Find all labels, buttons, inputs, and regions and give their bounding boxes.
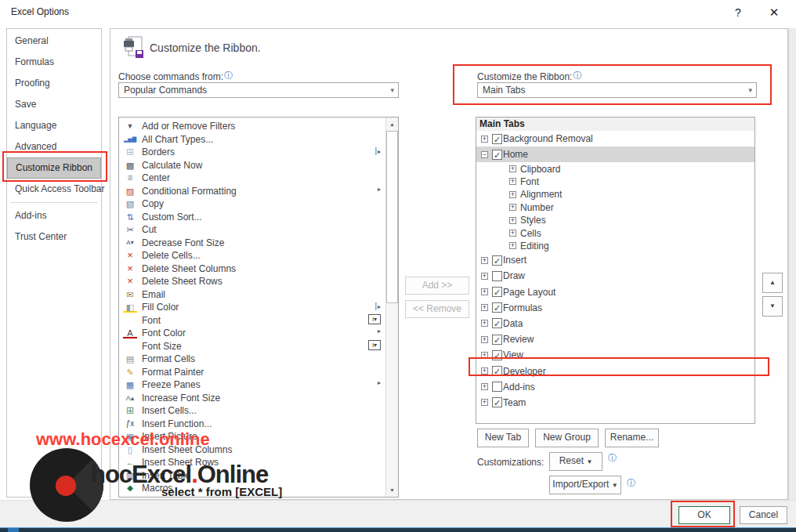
tree-item-formulas[interactable]: +✓Formulas xyxy=(476,300,754,316)
reset-button[interactable]: Reset ▼ xyxy=(549,452,602,471)
expand-icon[interactable]: + xyxy=(509,230,516,237)
command-delete-sheet-columns[interactable]: ×Delete Sheet Columns xyxy=(119,262,398,276)
cancel-button[interactable]: Cancel xyxy=(740,506,787,524)
choose-commands-dropdown[interactable]: Popular Commands ▾ xyxy=(118,82,399,98)
command-custom-sort[interactable]: ⇅Custom Sort... xyxy=(119,211,398,224)
command-all-chart-types[interactable]: ▂▅▇All Chart Types... xyxy=(119,133,398,147)
import-export-button[interactable]: Import/Export ▼ xyxy=(549,476,621,494)
command-font-size[interactable]: Font SizeI▾ xyxy=(119,340,398,353)
help-icon[interactable]: ? xyxy=(727,4,749,21)
command-delete-sheet-rows[interactable]: ×Delete Sheet Rows xyxy=(119,275,398,288)
expand-icon[interactable]: + xyxy=(481,383,488,390)
sidebar-item-proofing[interactable]: Proofing xyxy=(7,73,101,94)
close-icon[interactable]: ✕ xyxy=(763,4,785,21)
command-format-cells[interactable]: ▤Format Cells xyxy=(119,353,398,366)
expand-icon[interactable]: + xyxy=(481,399,488,406)
expand-icon[interactable]: + xyxy=(509,191,516,198)
checkbox-insert[interactable]: ✓ xyxy=(492,255,502,266)
tree-item-editing[interactable]: +Editing xyxy=(476,240,754,252)
tree-item-view[interactable]: +✓View xyxy=(476,347,754,363)
command-cut[interactable]: ✂Cut xyxy=(119,223,398,237)
collapse-icon[interactable]: − xyxy=(481,151,488,158)
tree-item-alignment[interactable]: +Alignment xyxy=(476,188,754,201)
move-up-button[interactable]: ▲ xyxy=(762,273,783,293)
checkbox-home[interactable]: ✓ xyxy=(492,150,502,160)
checkbox-view[interactable]: ✓ xyxy=(492,350,502,360)
expand-icon[interactable]: + xyxy=(481,352,488,359)
expand-icon[interactable]: + xyxy=(509,242,516,249)
sidebar-item-formulas[interactable]: Formulas xyxy=(7,52,101,73)
checkbox-data[interactable]: ✓ xyxy=(492,318,502,328)
expand-icon[interactable]: + xyxy=(481,320,488,327)
command-format-painter[interactable]: ✎Format Painter xyxy=(119,366,398,379)
command-insert-function[interactable]: ƒxInsert Function... xyxy=(119,418,398,431)
info-icon[interactable]: ⓘ xyxy=(608,452,617,464)
command-borders[interactable]: ⊞Borders|▸ xyxy=(119,146,398,159)
tree-item-review[interactable]: +✓Review xyxy=(476,331,754,347)
command-increase-font-size[interactable]: A▴Increase Font Size xyxy=(119,392,398,405)
command-delete-cells[interactable]: ×Delete Cells... xyxy=(119,249,398,262)
new-tab-button[interactable]: New Tab xyxy=(477,429,529,447)
command-insert-cells[interactable]: ⊞Insert Cells... xyxy=(119,404,398,418)
tree-item-font[interactable]: +Font xyxy=(476,176,754,188)
command-email[interactable]: ✉Email xyxy=(119,288,398,302)
tree-item-cells[interactable]: +Cells xyxy=(476,226,754,239)
checkbox-formulas[interactable]: ✓ xyxy=(492,302,502,313)
checkbox-developer[interactable]: ✓ xyxy=(492,366,502,376)
expand-icon[interactable]: + xyxy=(481,336,488,343)
command-calculate-now[interactable]: ▩Calculate Now xyxy=(119,159,398,172)
tree-item-clipboard[interactable]: +Clipboard xyxy=(476,162,754,175)
sidebar-item-add-ins[interactable]: Add-ins xyxy=(7,205,101,226)
command-center[interactable]: ≡Center xyxy=(119,172,398,185)
ok-button[interactable]: OK xyxy=(678,506,730,524)
expand-icon[interactable]: + xyxy=(481,304,488,311)
expand-icon[interactable]: + xyxy=(509,204,516,211)
checkbox-page-layout[interactable]: ✓ xyxy=(492,287,502,297)
tree-item-draw[interactable]: +Draw xyxy=(476,268,754,284)
tree-item-home[interactable]: −✓Home xyxy=(476,147,754,162)
tree-item-styles[interactable]: +Styles xyxy=(476,214,754,226)
tree-item-background-removal[interactable]: +✓Background Removal xyxy=(476,131,754,147)
command-font-color[interactable]: AFont Color▸ xyxy=(119,327,398,340)
command-add-or-remove-filters[interactable]: ▼Add or Remove Filters xyxy=(119,120,398,133)
checkbox-background-removal[interactable]: ✓ xyxy=(492,134,502,144)
checkbox-team[interactable]: ✓ xyxy=(492,397,502,407)
tree-item-data[interactable]: +✓Data xyxy=(476,316,754,331)
sidebar-item-quick-access-toolbar[interactable]: Quick Access Toolbar xyxy=(7,179,101,200)
tree-item-team[interactable]: +✓Team xyxy=(476,395,754,411)
expand-icon[interactable]: + xyxy=(509,165,516,172)
command-font[interactable]: FontI▾ xyxy=(119,314,398,328)
command-conditional-formatting[interactable]: ▨Conditional Formatting▸ xyxy=(119,185,398,198)
expand-icon[interactable]: + xyxy=(481,273,488,280)
scrollbar-thumb[interactable] xyxy=(386,131,398,303)
add-button[interactable]: Add >> xyxy=(405,277,469,295)
rename-button[interactable]: Rename... xyxy=(605,429,659,447)
checkbox-draw[interactable] xyxy=(492,271,502,281)
command-copy[interactable]: ▧Copy xyxy=(119,197,398,211)
command-fill-color[interactable]: ◧Fill Color|▸ xyxy=(119,301,398,314)
expand-icon[interactable]: + xyxy=(481,367,488,375)
expand-icon[interactable]: + xyxy=(481,288,488,295)
expand-icon[interactable]: + xyxy=(509,178,516,185)
tree-item-number[interactable]: +Number xyxy=(476,201,754,214)
expand-icon[interactable]: + xyxy=(509,217,516,224)
expand-icon[interactable]: + xyxy=(481,136,488,143)
command-decrease-font-size[interactable]: A▾Decrease Font Size xyxy=(119,237,398,250)
scroll-down-icon[interactable]: ▼ xyxy=(386,483,398,497)
command-list-scrollbar[interactable]: ▲ ▼ xyxy=(385,118,398,497)
sidebar-item-save[interactable]: Save xyxy=(7,94,101,115)
info-icon[interactable]: ⓘ xyxy=(224,71,233,80)
customize-ribbon-dropdown[interactable]: Main Tabs ▾ xyxy=(477,82,757,98)
expand-icon[interactable]: + xyxy=(481,257,488,264)
checkbox-add-ins[interactable] xyxy=(492,382,502,392)
command-freeze-panes[interactable]: ▦Freeze Panes▸ xyxy=(119,378,398,392)
scroll-up-icon[interactable]: ▲ xyxy=(386,118,398,131)
tree-item-page-layout[interactable]: +✓Page Layout xyxy=(476,284,754,299)
new-group-button[interactable]: New Group xyxy=(535,429,599,447)
tree-item-developer[interactable]: +✓Developer xyxy=(476,363,754,378)
sidebar-item-general[interactable]: General xyxy=(7,31,101,52)
move-down-button[interactable]: ▼ xyxy=(762,296,783,317)
sidebar-item-customize-ribbon[interactable]: Customize Ribbon xyxy=(7,157,101,179)
tree-item-add-ins[interactable]: +Add-ins xyxy=(476,379,754,395)
tree-item-insert[interactable]: +✓Insert xyxy=(476,252,754,268)
